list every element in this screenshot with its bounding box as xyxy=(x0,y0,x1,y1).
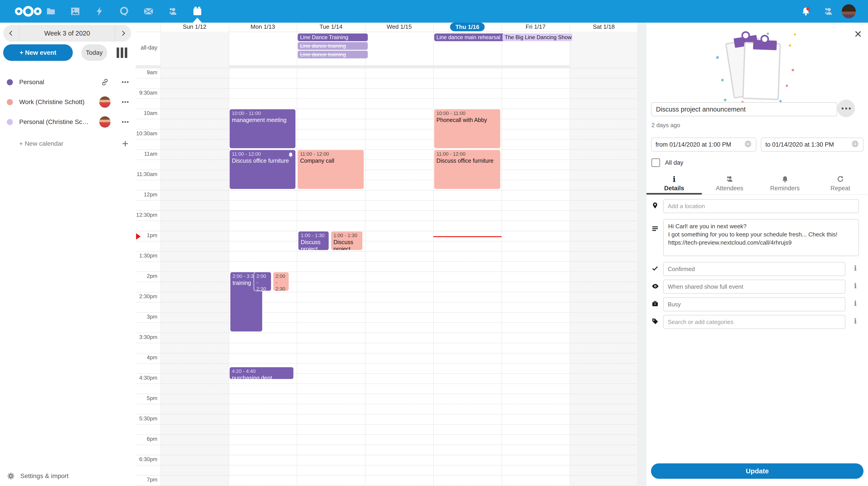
week-label[interactable]: Week 3 of 2020 xyxy=(20,30,115,37)
all-day-event[interactable]: Line dance training xyxy=(298,51,368,58)
slot-line xyxy=(135,465,638,465)
view-mode-toggle-icon[interactable] xyxy=(117,48,128,58)
calendar-name: Work (Christine Schott) xyxy=(19,98,92,106)
column-border xyxy=(502,23,502,486)
calendar-list-item[interactable]: Personal (Christine Schott) xyxy=(0,114,135,130)
app-calendar-icon[interactable] xyxy=(188,0,206,23)
time-axis-label: 2pm xyxy=(135,273,157,279)
app-mail-icon[interactable] xyxy=(140,0,158,23)
time-axis-label: 9:30am xyxy=(135,90,157,96)
check-icon xyxy=(651,265,659,273)
info-icon[interactable]: i xyxy=(851,317,860,327)
event-time: 11:00 - 12:00 xyxy=(232,151,293,157)
user-avatar[interactable] xyxy=(840,0,858,23)
tab-repeat[interactable]: Repeat xyxy=(813,172,868,194)
tab-attendees[interactable]: Attendees xyxy=(702,172,757,194)
info-icon[interactable]: i xyxy=(851,264,860,274)
event-more-actions-button[interactable] xyxy=(837,99,855,117)
calendar-event[interactable]: 1:00 - 1:30Discuss project announcement xyxy=(298,231,329,251)
slot-line xyxy=(135,445,638,445)
app-talk-icon[interactable] xyxy=(115,0,133,23)
tab-details[interactable]: iDetails xyxy=(647,172,702,194)
new-calendar-button[interactable]: + New calendar xyxy=(0,135,135,152)
slot-line xyxy=(135,109,638,109)
calendar-event[interactable]: 11:00 - 12:00Company call xyxy=(297,149,364,190)
slot-line xyxy=(135,251,638,252)
notifications-bell-icon[interactable] xyxy=(797,0,815,23)
location-input[interactable]: Add a location xyxy=(663,199,859,213)
status-select[interactable]: Confirmed xyxy=(663,262,845,276)
calendar-event[interactable]: 11:00 - 12:00Discuss office furniture xyxy=(434,149,501,190)
timezone-globe-icon[interactable] xyxy=(851,140,859,149)
owner-avatar[interactable] xyxy=(99,96,111,108)
owner-avatar[interactable] xyxy=(99,116,111,128)
freebusy-select[interactable]: Busy xyxy=(663,297,845,311)
new-calendar-plus-icon[interactable] xyxy=(119,138,131,149)
app-photos-icon[interactable] xyxy=(66,0,84,23)
tag-icon xyxy=(651,318,659,326)
settings-import[interactable]: Settings & import xyxy=(0,469,135,483)
calendar-event[interactable]: 1:00 - 1:30Discuss project xyxy=(331,231,363,251)
info-icon[interactable]: i xyxy=(851,299,860,310)
all-day-checkbox[interactable]: All day xyxy=(651,159,683,167)
calendar-actions-icon[interactable] xyxy=(119,76,131,88)
event-illustration xyxy=(714,31,800,106)
app-activity-icon[interactable] xyxy=(91,0,109,23)
slot-line xyxy=(135,455,638,455)
app-files-icon[interactable] xyxy=(42,0,60,23)
calendar-actions-icon[interactable] xyxy=(119,116,131,128)
next-week-button[interactable] xyxy=(115,25,131,41)
slot-line xyxy=(135,190,638,191)
column-border xyxy=(229,23,229,486)
close-icon[interactable] xyxy=(854,29,864,39)
event-title-input[interactable] xyxy=(651,102,837,116)
update-button[interactable]: Update xyxy=(651,463,864,479)
event-start-datetime[interactable]: from 01/14/2020 at 1:00 PM xyxy=(651,138,756,151)
calendar-event[interactable]: 2:00 - 2:30check-in xyxy=(273,272,289,291)
calendar-event[interactable]: 10:00 - 11:00management meeting xyxy=(229,109,296,149)
share-link-icon[interactable] xyxy=(99,76,111,88)
timezone-globe-icon[interactable] xyxy=(744,140,752,149)
previous-week-button[interactable] xyxy=(3,25,19,41)
all-day-event[interactable]: Line dance main rehearsal xyxy=(434,33,504,41)
all-day-event[interactable]: The Big Line Dancing Show xyxy=(502,33,572,41)
day-header[interactable]: Tue 1/14 xyxy=(297,23,365,32)
new-event-button[interactable]: + New event xyxy=(3,44,73,61)
today-button[interactable]: Today xyxy=(81,44,107,61)
event-title: Discuss project xyxy=(333,239,360,251)
app-contacts-icon[interactable] xyxy=(164,0,182,23)
calendar-event[interactable]: 4:20 - 4:40purchasing dept xyxy=(229,367,294,379)
calendar-sidebar: Week 3 of 2020 + New event Today Persona… xyxy=(0,23,135,486)
day-header-today[interactable]: Thu 1/16 xyxy=(433,23,502,32)
event-end-datetime[interactable]: to 01/14/2020 at 1:30 PM xyxy=(761,138,864,151)
calendar-event[interactable]: 10:00 - 11:00Phonecall with Abby xyxy=(434,109,501,149)
event-time: 1:00 - 1:30 xyxy=(301,232,326,239)
day-header[interactable]: Mon 1/13 xyxy=(229,23,297,32)
slot-line xyxy=(135,170,638,170)
tab-reminders[interactable]: Reminders xyxy=(757,172,813,194)
calendar-list-item[interactable]: Work (Christine Schott) xyxy=(0,94,135,110)
day-header[interactable]: Wed 1/15 xyxy=(365,23,433,32)
slot-line xyxy=(135,343,638,343)
all-day-event[interactable]: Line Dance Training xyxy=(298,33,368,41)
day-header[interactable]: Sun 1/12 xyxy=(160,23,229,32)
calendar-actions-icon[interactable] xyxy=(119,96,131,108)
column-border xyxy=(365,23,366,486)
day-header[interactable]: Sat 1/18 xyxy=(569,23,638,32)
current-time-arrow-icon xyxy=(136,233,141,239)
start-datetime-value: from 01/14/2020 at 1:00 PM xyxy=(655,141,731,148)
calendar-list-item[interactable]: Personal xyxy=(0,74,135,90)
slot-line xyxy=(135,485,638,486)
contacts-menu-icon[interactable] xyxy=(819,0,837,23)
checkbox-box[interactable] xyxy=(651,159,660,167)
calendar-event[interactable]: 2:00 - 2:30check-in xyxy=(254,272,271,291)
description-textarea[interactable]: Hi Carl! are you in next week? I got som… xyxy=(663,219,859,256)
day-header[interactable]: Fri 1/17 xyxy=(502,23,570,32)
visibility-select[interactable]: When shared show full event xyxy=(663,280,845,294)
info-icon[interactable]: i xyxy=(851,282,860,292)
calendar-event[interactable]: 11:00 - 12:00Discuss office furniture xyxy=(229,149,296,190)
time-axis-label: 1:30pm xyxy=(135,253,157,259)
categories-input[interactable]: Search or add categories xyxy=(663,315,845,329)
nextcloud-logo-icon[interactable] xyxy=(13,5,43,18)
all-day-event[interactable]: Line dance training xyxy=(298,42,368,50)
